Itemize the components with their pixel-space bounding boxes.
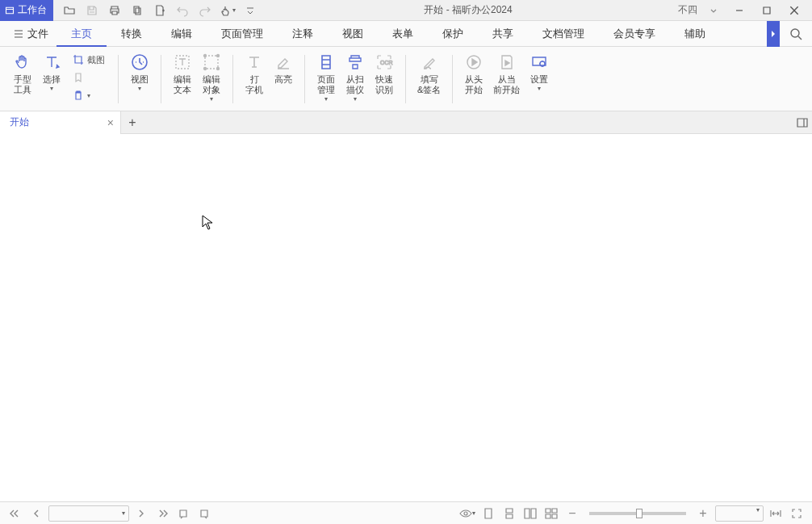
menu-tab[interactable]: 转换 xyxy=(107,21,157,47)
tab-close-icon[interactable]: × xyxy=(107,116,114,129)
fullscreen-button[interactable] xyxy=(788,505,806,522)
last-page-button[interactable] xyxy=(153,505,171,522)
view-button[interactable]: 视图 ▾ xyxy=(125,50,154,107)
menu-tab[interactable]: 页面管理 xyxy=(207,21,278,47)
clipboard-button[interactable]: ▾ xyxy=(69,87,108,103)
maximize-button[interactable] xyxy=(754,0,780,21)
zoom-in-button[interactable]: + xyxy=(694,505,712,522)
screenshot-label: 截图 xyxy=(87,54,105,66)
close-button[interactable] xyxy=(781,0,807,21)
svg-point-0 xyxy=(791,29,799,37)
chevron-down-icon: ▾ xyxy=(50,85,53,92)
edit-object-label: 编辑对象 xyxy=(203,74,220,95)
highlight-label: 高亮 xyxy=(274,74,292,85)
svg-point-3 xyxy=(217,55,220,57)
view-icon xyxy=(130,52,149,73)
zoom-slider[interactable] xyxy=(589,512,686,515)
file-menu[interactable]: 文件 xyxy=(5,27,57,41)
page-input[interactable]: ▾ xyxy=(48,505,129,522)
bookmark-button[interactable] xyxy=(69,69,108,86)
svg-point-2 xyxy=(204,55,207,57)
menu-tab[interactable]: 表单 xyxy=(378,21,428,47)
dropdown-icon[interactable] xyxy=(239,0,262,21)
next-page-button[interactable] xyxy=(132,505,150,522)
zoom-out-button[interactable]: − xyxy=(563,505,581,522)
facing-continuous-button[interactable] xyxy=(542,505,560,522)
search-icon[interactable] xyxy=(785,23,807,44)
prev-page-button[interactable] xyxy=(27,505,45,522)
fit-width-button[interactable] xyxy=(767,505,785,522)
select-label: 选择 xyxy=(43,74,61,85)
edit-object-button[interactable]: 编辑对象 ▾ xyxy=(197,50,226,107)
settings-icon xyxy=(530,52,548,73)
cursor-icon xyxy=(202,215,215,231)
menu-tab[interactable]: 编辑 xyxy=(157,21,207,47)
from-scanner-button[interactable]: 从扫描仪 ▾ xyxy=(341,50,370,107)
new-page-icon[interactable] xyxy=(149,0,171,21)
user-dropdown-icon[interactable] xyxy=(702,0,725,21)
document-area[interactable] xyxy=(0,134,812,501)
tab-panel-icon[interactable] xyxy=(796,116,809,129)
hand-tool-button[interactable]: 手型工具 xyxy=(8,50,37,107)
facing-button[interactable] xyxy=(521,505,539,522)
typewriter-button[interactable]: 打字机 xyxy=(240,50,269,107)
crop-icon xyxy=(73,54,84,65)
screenshot-button[interactable]: 截图 xyxy=(69,52,108,68)
edit-text-button[interactable]: 编辑文本 xyxy=(168,50,197,107)
print-icon[interactable] xyxy=(103,0,126,21)
menu-tab[interactable]: 文档管理 xyxy=(528,21,599,47)
read-mode-button[interactable]: ▾ xyxy=(458,505,476,522)
pen-icon xyxy=(421,52,438,73)
menu-tab[interactable]: 视图 xyxy=(328,21,378,47)
chevron-down-icon: ▾ xyxy=(138,85,141,92)
play-page-icon xyxy=(498,52,516,73)
redo-icon[interactable] xyxy=(194,0,216,21)
zoom-handle[interactable] xyxy=(636,509,642,518)
workspace-button[interactable]: 工作台 xyxy=(0,0,53,21)
menu-scroll-right[interactable] xyxy=(767,21,780,47)
menu-tab[interactable]: 辅助 xyxy=(670,21,720,47)
chevron-down-icon: ▾ xyxy=(210,95,213,103)
chevron-down-icon: ▾ xyxy=(324,95,328,103)
first-page-button[interactable] xyxy=(6,505,24,522)
from-start-button[interactable]: 从头开始 xyxy=(459,50,488,107)
menu-tab[interactable]: 会员专享 xyxy=(599,21,670,47)
highlight-icon xyxy=(274,52,292,73)
save-icon[interactable] xyxy=(81,0,103,21)
window-title: 开始 - 福昕办公2024 xyxy=(262,3,675,17)
menu-tab[interactable]: 共享 xyxy=(478,21,528,47)
document-tab[interactable]: 开始 × xyxy=(0,111,121,134)
quick-ocr-button[interactable]: OCR 快速识别 xyxy=(370,50,399,107)
zoom-input[interactable]: ▾ xyxy=(715,505,764,522)
fill-sign-button[interactable]: 填写&签名 xyxy=(412,50,446,107)
highlight-button[interactable]: 高亮 xyxy=(269,50,298,107)
nav-forward-button[interactable] xyxy=(195,505,213,522)
chevron-down-icon: ▾ xyxy=(87,92,90,99)
open-folder-icon[interactable] xyxy=(58,0,81,21)
minimize-button[interactable] xyxy=(726,0,752,21)
bookmark-icon xyxy=(73,72,84,83)
touch-icon[interactable]: ▾ xyxy=(216,0,239,21)
nav-back-button[interactable] xyxy=(174,505,192,522)
settings-button[interactable]: 设置 ▾ xyxy=(525,50,554,107)
copy-icon[interactable] xyxy=(126,0,149,21)
from-scanner-label: 从扫描仪 xyxy=(346,74,364,95)
menu-tab[interactable]: 保护 xyxy=(428,21,478,47)
page-mgmt-button[interactable]: 页面管理 ▾ xyxy=(312,50,341,107)
menu-tab[interactable]: 注释 xyxy=(278,21,328,47)
settings-label: 设置 xyxy=(530,74,548,85)
single-page-button[interactable] xyxy=(479,505,497,522)
menu-tab[interactable]: 主页 xyxy=(57,21,107,47)
select-button[interactable]: 选择 ▾ xyxy=(37,50,66,107)
file-menu-label: 文件 xyxy=(27,27,48,41)
svg-point-5 xyxy=(217,68,220,70)
new-tab-button[interactable]: + xyxy=(121,111,144,134)
chevron-down-icon: ▾ xyxy=(538,85,541,92)
scanner-icon xyxy=(346,52,364,73)
tab-label: 开始 xyxy=(10,115,29,129)
play-icon xyxy=(465,52,483,73)
continuous-button[interactable] xyxy=(500,505,518,522)
user-label[interactable]: 不四 xyxy=(675,3,701,17)
undo-icon[interactable] xyxy=(171,0,194,21)
from-current-button[interactable]: 从当前开始 xyxy=(488,50,525,107)
